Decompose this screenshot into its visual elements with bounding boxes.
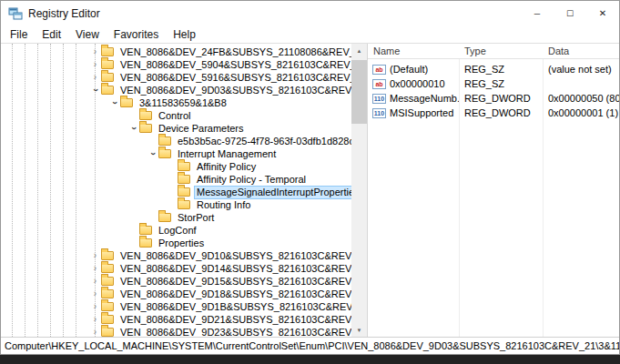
tree-item[interactable]: Routing Info <box>1 198 351 211</box>
menu-view[interactable]: View <box>68 26 107 43</box>
value-type: REG_SZ <box>459 64 543 75</box>
chevron-expanded-icon[interactable]: › <box>148 149 158 159</box>
chevron-collapsed-icon[interactable]: › <box>90 302 100 311</box>
folder-icon <box>178 200 190 209</box>
value-name: (Default) <box>390 64 428 75</box>
tree-item[interactable]: ›VEN_8086&DEV_9D23&SUBSYS_8216103C&REV_F… <box>1 326 351 337</box>
tree-item[interactable]: ›VEN_8086&DEV_9D21&SUBSYS_8216103C&REV_F… <box>1 313 351 326</box>
tree-item-label: VEN_8086&DEV_9D21&SUBSYS_8216103C&REV_F1 <box>118 314 351 326</box>
chevron-collapsed-icon[interactable]: › <box>90 277 100 286</box>
tree-item[interactable]: ›VEN_8086&DEV_9D14&SUBSYS_8216103C&REV_F… <box>1 262 351 275</box>
tree-item-label: VEN_8086&DEV_9D10&SUBSYS_8216103C&REV_F1 <box>118 250 351 262</box>
folder-icon <box>178 187 190 197</box>
menu-edit[interactable]: Edit <box>35 26 68 43</box>
tree-item[interactable]: ›3&11583659&1&B8 <box>1 96 351 109</box>
value-list: ab(Default)REG_SZ(value not set)ab0x0000… <box>368 59 619 120</box>
value-type: REG_SZ <box>459 78 543 89</box>
chevron-expanded-icon[interactable]: › <box>110 98 119 108</box>
tree-item-label: Control <box>157 110 192 122</box>
chevron-collapsed-icon[interactable]: › <box>90 328 100 337</box>
scroll-up-icon[interactable]: ▲ <box>351 44 367 57</box>
tree-item[interactable]: StorPort <box>1 211 351 224</box>
chevron-collapsed-icon[interactable]: › <box>90 47 100 56</box>
column-header-data[interactable]: Data <box>543 44 619 58</box>
chevron-collapsed-icon[interactable]: › <box>90 73 100 82</box>
registry-editor-window: Registry Editor ─ ☐ ✕ FileEditViewFavori… <box>0 0 620 355</box>
minimize-button[interactable]: ─ <box>521 1 554 25</box>
value-name-cell: 110MSISupported <box>368 107 459 118</box>
folder-icon <box>101 73 114 82</box>
value-type: REG_DWORD <box>459 107 543 118</box>
tree-item[interactable]: Control <box>1 109 351 122</box>
tree-item[interactable]: Properties <box>1 237 351 249</box>
chevron-collapsed-icon[interactable]: › <box>90 289 100 298</box>
menu-help[interactable]: Help <box>166 26 203 43</box>
maximize-button[interactable]: ☐ <box>554 1 586 25</box>
folder-icon <box>101 289 114 298</box>
tree-scrollbar[interactable]: ▲ ▼ <box>351 44 367 337</box>
folder-icon <box>101 47 114 56</box>
tree-item[interactable]: ›VEN_8086&DEV_5916&SUBSYS_8216103C&REV_0… <box>1 71 351 84</box>
tree-item[interactable]: ›VEN_8086&DEV_5904&SUBSYS_8216103C&REV_0… <box>1 58 351 71</box>
folder-icon <box>101 251 114 260</box>
tree-item[interactable]: ›VEN_8086&DEV_9D15&SUBSYS_8216103C&REV_F… <box>1 275 351 288</box>
value-name-cell: ab0x00000010 <box>368 78 459 89</box>
tree-item-label: VEN_8086&DEV_9D03&SUBSYS_8216103C&REV_21 <box>118 85 351 96</box>
tree-item-label: Affinity Policy <box>195 161 258 173</box>
column-header-name[interactable]: Name <box>368 44 459 58</box>
tree-item-label: StorPort <box>176 212 216 224</box>
tree-item[interactable]: ›VEN_8086&DEV_24FB&SUBSYS_21108086&REV_1… <box>1 46 351 58</box>
folder-icon <box>178 175 190 184</box>
value-row[interactable]: 110MessageNumb...REG_DWORD0x00000050 (80… <box>368 91 619 106</box>
tree-item-label: VEN_8086&DEV_5904&SUBSYS_8216103C&REV_02 <box>118 59 351 71</box>
menu-favorites[interactable]: Favorites <box>107 26 166 43</box>
string-value-icon: ab <box>372 79 386 89</box>
folder-icon <box>120 98 133 107</box>
chevron-collapsed-icon[interactable]: › <box>90 315 100 324</box>
scrollbar-thumb[interactable] <box>351 60 367 124</box>
tree-item-label: Device Parameters <box>157 123 246 135</box>
window-shadow <box>0 355 620 364</box>
value-row[interactable]: ab(Default)REG_SZ(value not set) <box>368 62 619 76</box>
tree-item[interactable]: Affinity Policy - Temporal <box>1 173 351 186</box>
value-row[interactable]: 110MSISupportedREG_DWORD0x00000001 (1) <box>368 106 619 120</box>
chevron-expanded-icon[interactable]: › <box>91 86 100 96</box>
chevron-collapsed-icon[interactable]: › <box>90 264 100 273</box>
folder-icon <box>101 328 114 337</box>
folder-icon <box>101 264 114 273</box>
tree-item[interactable]: e5b3b5ac-9725-4f78-963f-03dfb1d828c7 <box>1 135 351 147</box>
scroll-down-icon[interactable]: ▼ <box>351 323 367 337</box>
column-separator <box>543 44 544 337</box>
tree-item[interactable]: ›Interrupt Management <box>1 147 351 160</box>
tree-item[interactable]: LogConf <box>1 224 351 237</box>
values-pane: NameTypeData ab(Default)REG_SZ(value not… <box>368 44 619 337</box>
column-header-type[interactable]: Type <box>459 44 543 58</box>
tree-item-label: 3&11583659&1&B8 <box>137 97 229 109</box>
menu-bar: FileEditViewFavoritesHelp <box>1 25 619 44</box>
value-name-cell: ab(Default) <box>368 64 459 75</box>
tree-item[interactable]: ›Device Parameters <box>1 122 351 135</box>
tree-item[interactable]: ›VEN_8086&DEV_9D18&SUBSYS_8216103C&REV_F… <box>1 288 351 300</box>
value-row[interactable]: ab0x00000010REG_SZ <box>368 76 619 91</box>
value-name: 0x00000010 <box>390 78 445 89</box>
chevron-collapsed-icon[interactable]: › <box>90 60 100 69</box>
tree-item[interactable]: ›VEN_8086&DEV_9D1B&SUBSYS_8216103C&REV_F… <box>1 300 351 313</box>
column-separator <box>459 44 460 337</box>
folder-icon <box>139 124 152 133</box>
tree-item[interactable]: ›VEN_8086&DEV_9D03&SUBSYS_8216103C&REV_2… <box>1 84 351 96</box>
tree-item-label: VEN_8086&DEV_9D14&SUBSYS_8216103C&REV_F1 <box>118 263 351 275</box>
close-button[interactable]: ✕ <box>586 1 619 25</box>
window-title: Registry Editor <box>28 7 100 20</box>
title-bar[interactable]: Registry Editor ─ ☐ ✕ <box>1 1 619 25</box>
tree-item[interactable]: Affinity Policy <box>1 160 351 173</box>
chevron-expanded-icon[interactable]: › <box>129 124 138 134</box>
folder-icon <box>101 302 114 311</box>
tree-item-label: MessageSignaledInterruptProperties <box>195 187 351 198</box>
chevron-collapsed-icon[interactable]: › <box>90 251 100 260</box>
folder-icon <box>139 226 152 235</box>
tree-item[interactable]: ›VEN_8086&DEV_9D10&SUBSYS_8216103C&REV_F… <box>1 249 351 262</box>
menu-file[interactable]: File <box>3 26 35 43</box>
tree-item-label: VEN_8086&DEV_9D23&SUBSYS_8216103C&REV_F1 <box>118 327 351 338</box>
tree-item-selected[interactable]: MessageSignaledInterruptProperties <box>1 186 351 198</box>
status-bar: Computer\HKEY_LOCAL_MACHINE\SYSTEM\Curre… <box>1 337 619 354</box>
